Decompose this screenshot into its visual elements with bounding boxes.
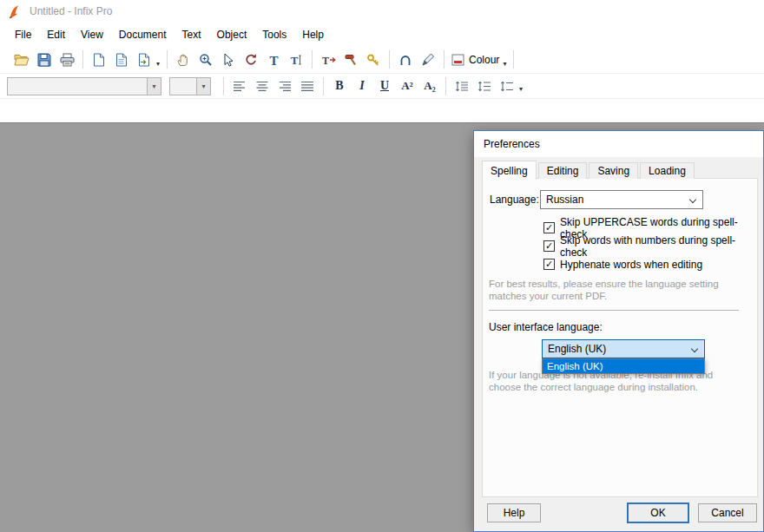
ui-language-label: User interface language: — [489, 321, 603, 333]
new-document-icon[interactable] — [88, 49, 110, 71]
tab-spelling[interactable]: Spelling — [482, 161, 537, 180]
ui-language-select[interactable]: English (UK) — [542, 339, 705, 358]
window-titlebar[interactable]: Untitled - Infix Pro — [0, 0, 764, 23]
language-label: Language: — [490, 194, 539, 206]
checkbox-checked-icon[interactable]: ✓ — [543, 259, 555, 270]
italic-button[interactable]: I — [351, 76, 373, 96]
dropdown-option-english-uk[interactable]: English (UK) — [543, 359, 704, 373]
tab-bar: Spelling Editing Saving Loading — [482, 161, 695, 179]
toolbar-separator — [312, 50, 313, 69]
toolbar-separator — [323, 77, 324, 95]
align-left-icon[interactable] — [228, 75, 251, 97]
toolbar-separator — [389, 50, 390, 69]
line-spacing-single-icon[interactable] — [451, 75, 473, 97]
print-icon[interactable] — [56, 49, 78, 71]
ui-language-value: English (UK) — [548, 343, 606, 355]
checkbox-checked-icon[interactable]: ✓ — [543, 240, 555, 252]
language-note: For best results, please ensure the lang… — [489, 278, 745, 302]
pen-tool-icon[interactable] — [417, 49, 439, 71]
menu-tools[interactable]: Tools — [254, 24, 294, 45]
select-tool-icon[interactable] — [217, 49, 240, 71]
tab-saving[interactable]: Saving — [589, 162, 638, 179]
menu-bar: File Edit View Document Text Object Tool… — [0, 23, 764, 46]
toolbar-separator — [444, 50, 445, 69]
colour-swatch-icon — [451, 54, 464, 66]
chevron-down-icon — [691, 345, 698, 352]
checkbox-label: Hyphenate words when editing — [560, 259, 702, 271]
line-spacing-double-icon[interactable] — [496, 75, 518, 97]
bold-button[interactable]: B — [328, 76, 351, 96]
menu-edit[interactable]: Edit — [39, 24, 73, 45]
menu-document[interactable]: Document — [111, 24, 175, 45]
text-edit-tool-icon[interactable]: T — [285, 49, 307, 71]
toolbar-separator — [223, 77, 224, 95]
help-button[interactable]: Help — [487, 503, 541, 522]
superscript-button[interactable]: A² — [396, 76, 418, 96]
align-center-icon[interactable] — [251, 75, 273, 97]
menu-file[interactable]: File — [7, 24, 39, 45]
svg-text:T: T — [269, 53, 278, 67]
checkbox-hyphenate[interactable]: ✓ Hyphenate words when editing — [543, 257, 702, 272]
toolbar-separator — [167, 50, 168, 69]
ui-language-dropdown: English (UK) — [542, 358, 705, 374]
align-justify-icon[interactable] — [296, 75, 319, 97]
fit-text-icon[interactable]: T — [317, 49, 339, 71]
toolbar-separator — [82, 50, 83, 69]
hand-tool-icon[interactable] — [172, 49, 194, 71]
app-logo-icon — [7, 4, 22, 19]
preferences-dialog: Preferences Spelling Editing Saving Load… — [473, 130, 764, 532]
colour-button-label: Colour — [469, 54, 499, 66]
chevron-down-icon[interactable]: ▾ — [147, 78, 161, 95]
zoom-tool-icon[interactable] — [194, 49, 217, 71]
chevron-down-icon[interactable]: ▾ — [156, 60, 160, 68]
colour-button[interactable]: Colour — [449, 49, 502, 71]
open-recent-icon[interactable] — [110, 49, 133, 71]
line-spacing-15-icon[interactable] — [473, 75, 496, 97]
export-pdf-icon[interactable] — [133, 49, 155, 71]
permissions-key-icon[interactable] — [362, 49, 385, 71]
ok-button[interactable]: OK — [627, 502, 689, 523]
svg-text:T: T — [322, 54, 329, 66]
text-tool-icon[interactable]: T — [262, 49, 285, 71]
menu-help[interactable]: Help — [294, 24, 332, 45]
dialog-title: Preferences — [484, 138, 540, 150]
toolbar-separator — [513, 50, 514, 69]
language-select[interactable]: Russian — [540, 190, 703, 209]
chevron-down-icon — [689, 196, 696, 203]
stamp-tool-icon[interactable] — [339, 49, 362, 71]
window-title: Untitled - Infix Pro — [30, 5, 112, 17]
menu-view[interactable]: View — [73, 24, 111, 45]
spelling-tab-panel: Language: Russian ✓ Skip UPPERCASE words… — [482, 178, 758, 497]
checkbox-label: Skip words with numbers during spell-che… — [560, 234, 757, 259]
svg-text:T: T — [291, 54, 299, 67]
font-family-select[interactable]: ▾ — [7, 77, 161, 95]
cancel-button[interactable]: Cancel — [698, 503, 757, 522]
toolbar-separator — [445, 77, 446, 95]
tab-loading[interactable]: Loading — [640, 162, 695, 179]
align-right-icon[interactable] — [273, 75, 296, 97]
subscript-button[interactable]: A₂ — [418, 76, 441, 96]
open-icon[interactable] — [10, 49, 33, 71]
checkbox-skip-numbers[interactable]: ✓ Skip words with numbers during spell-c… — [543, 239, 757, 253]
chevron-down-icon[interactable]: ▾ — [196, 78, 210, 95]
font-size-select[interactable]: ▾ — [169, 77, 211, 95]
save-icon[interactable] — [33, 49, 56, 71]
underline-button[interactable]: U — [373, 76, 396, 96]
divider — [489, 310, 739, 312]
format-toolbar: ▾ ▾ B I U A² A₂ ▾ — [0, 74, 764, 99]
language-value: Russian — [546, 194, 583, 206]
tab-editing[interactable]: Editing — [538, 162, 588, 179]
checkbox-checked-icon[interactable]: ✓ — [543, 222, 555, 233]
menu-object[interactable]: Object — [209, 24, 255, 45]
main-toolbar: ▾ T T T Colour ▾ — [0, 46, 764, 74]
arc-tool-icon[interactable] — [394, 49, 417, 71]
menu-text[interactable]: Text — [175, 24, 209, 45]
dialog-titlebar[interactable]: Preferences — [474, 131, 763, 157]
rotate-view-icon[interactable] — [240, 49, 262, 71]
chevron-down-icon[interactable]: ▾ — [519, 85, 523, 93]
checkbox-skip-uppercase[interactable]: ✓ Skip UPPERCASE words during spell-chec… — [543, 220, 757, 235]
chevron-down-icon[interactable]: ▾ — [503, 60, 506, 68]
